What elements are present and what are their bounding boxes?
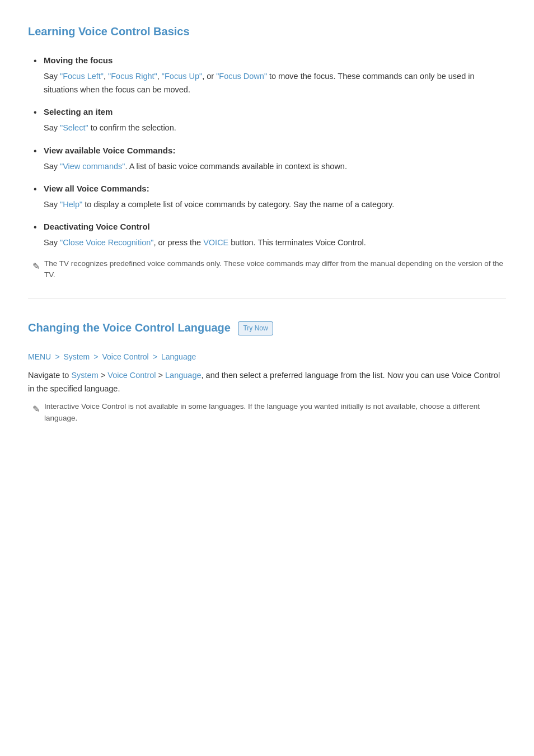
link-focus-right[interactable]: "Focus Right": [108, 72, 157, 81]
item-title-view-all: View all Voice Commands:: [44, 182, 506, 195]
breadcrumb-voice-control[interactable]: Voice Control: [102, 352, 148, 361]
section1-note-block: ✎ The TV recognizes predefined voice com…: [28, 258, 506, 281]
item-body-deactivating: Say "Close Voice Recognition", or press …: [44, 238, 366, 247]
section2-title-text: Changing the Voice Control Language: [28, 321, 231, 334]
breadcrumb-sep-2: >: [93, 352, 100, 361]
link-focus-down[interactable]: "Focus Down": [216, 72, 267, 81]
section2-title: Changing the Voice Control Language Try …: [28, 319, 506, 340]
voice-button-label: VOICE: [203, 238, 228, 247]
item-title-view-available: View available Voice Commands:: [44, 144, 506, 157]
section2-note-block: ✎ Interactive Voice Control is not avail…: [28, 401, 506, 424]
list-item-moving-focus: Moving the focus Say "Focus Left", "Focu…: [34, 54, 506, 96]
link-view-commands[interactable]: "View commands": [60, 162, 125, 171]
item-body-selecting: Say "Select" to confirm the selection.: [44, 123, 176, 132]
try-now-badge[interactable]: Try Now: [238, 321, 273, 335]
section-divider: [28, 298, 506, 298]
section2-note-icon: ✎: [32, 402, 40, 417]
breadcrumb: MENU > System > Voice Control > Language: [28, 350, 506, 363]
link-help[interactable]: "Help": [60, 200, 82, 209]
link-language[interactable]: Language: [165, 371, 202, 380]
item-title-moving-focus: Moving the focus: [44, 54, 506, 67]
link-focus-left[interactable]: "Focus Left": [60, 72, 104, 81]
breadcrumb-menu[interactable]: MENU: [28, 352, 51, 361]
section2-note-text: Interactive Voice Control is not availab…: [44, 401, 506, 424]
note-icon: ✎: [32, 259, 40, 274]
list-item-view-all: View all Voice Commands: Say "Help" to d…: [34, 182, 506, 211]
breadcrumb-sep-1: >: [55, 352, 62, 361]
section1-note-text: The TV recognizes predefined voice comma…: [44, 258, 506, 281]
link-close-voice-recognition[interactable]: "Close Voice Recognition": [60, 238, 153, 247]
item-body-view-available: Say "View commands". A list of basic voi…: [44, 162, 347, 171]
link-voice-control[interactable]: Voice Control: [107, 371, 156, 380]
link-select[interactable]: "Select": [60, 123, 88, 132]
section2-body: Navigate to System > Voice Control > Lan…: [28, 369, 506, 396]
item-title-deactivating: Deactivating Voice Control: [44, 220, 506, 234]
item-body-view-all: Say "Help" to display a complete list of…: [44, 200, 394, 209]
link-focus-up[interactable]: "Focus Up": [162, 72, 202, 81]
breadcrumb-language[interactable]: Language: [161, 352, 196, 361]
section-changing-language: Changing the Voice Control Language Try …: [28, 319, 506, 424]
list-item-view-available: View available Voice Commands: Say "View…: [34, 144, 506, 173]
list-item-selecting: Selecting an item Say "Select" to confir…: [34, 105, 506, 134]
list-item-deactivating: Deactivating Voice Control Say "Close Vo…: [34, 220, 506, 249]
link-system[interactable]: System: [71, 371, 98, 380]
breadcrumb-system[interactable]: System: [63, 352, 90, 361]
breadcrumb-sep-3: >: [153, 352, 160, 361]
basics-list: Moving the focus Say "Focus Left", "Focu…: [28, 54, 506, 249]
item-body-moving-focus: Say "Focus Left", "Focus Right", "Focus …: [44, 72, 475, 94]
item-title-selecting: Selecting an item: [44, 105, 506, 119]
section-learning-basics: Learning Voice Control Basics Moving the…: [28, 22, 506, 281]
section1-title: Learning Voice Control Basics: [28, 22, 506, 44]
